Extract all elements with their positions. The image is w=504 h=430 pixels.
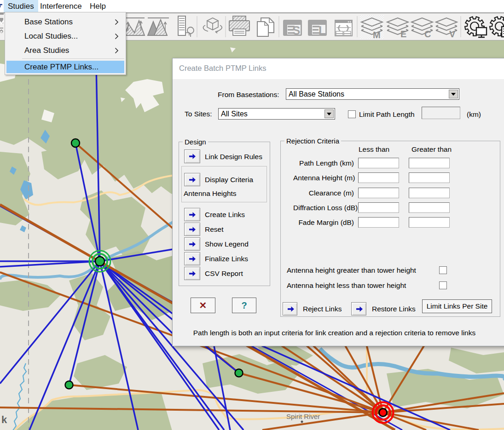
svg-text:k: k bbox=[1, 414, 7, 425]
svg-text:L: L bbox=[319, 23, 326, 37]
svg-text:E: E bbox=[400, 29, 406, 39]
svg-text:M: M bbox=[373, 30, 381, 40]
svg-text:Spirit River: Spirit River bbox=[286, 413, 320, 420]
svg-text:C: C bbox=[424, 29, 431, 39]
svg-text:V: V bbox=[449, 29, 456, 39]
svg-text:S: S bbox=[292, 23, 300, 37]
